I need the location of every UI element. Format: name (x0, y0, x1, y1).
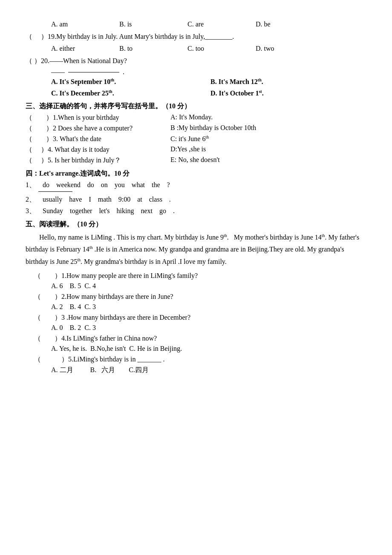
section4-title: 四：Let's arrange.连词成句。10 分 (26, 169, 366, 178)
s3-w7: . (173, 207, 175, 215)
q19-opt-b: B. to (119, 45, 162, 52)
s3-w4: hiking (117, 207, 134, 215)
rq2-opts: A. 2 B. 4 C. 3 (51, 303, 96, 310)
section3-row5: （ ）5. Is her birthday in July？ E: No, sh… (26, 156, 366, 165)
q18-options: A. am B. is C. are D. be (51, 20, 366, 28)
q20-answers: A. It's September 10th. B. It's March 12… (51, 78, 366, 98)
reading-passage: Hello, my name is LiMing . This is my ch… (26, 231, 366, 268)
s3-a3: C: it's June 6th (170, 135, 366, 143)
s3-q3: （ ）3. What's the date (26, 135, 170, 144)
s3-q5: （ ）5. Is her birthday in July？ (26, 156, 170, 165)
q20-block: （ ）20.——When is National Day? —— . A. It… (26, 57, 366, 98)
section3-block: 三、选择正确的答句，并将序号写在括号里。（10 分） （ ）1.When is … (26, 102, 366, 165)
q18-opt-c: C. are (187, 20, 230, 28)
q20-text: ）20.——When is National Day? (34, 57, 127, 66)
q20-period: . (123, 68, 124, 76)
reading-q4-opts: A. Yes, he is. B.No,he isn't C. He is in… (51, 345, 366, 353)
sentence1-block: 1、 do weekend do on you what the ? (26, 181, 366, 192)
section3-title: 三、选择正确的答句，并将序号写在括号里。（10 分） (26, 102, 366, 111)
reading-q4: （ ）4.Is LiMing's father in China now? (34, 334, 366, 343)
q19-question: （ ）19.My birthday is in July. Aunt Mary'… (26, 32, 366, 41)
q20-response-area: —— . (51, 68, 366, 76)
sentence3-block: 3、 Sunday together let's hiking next go … (26, 207, 366, 216)
q20-ans-a: A. It's September 10th. (51, 78, 207, 86)
s3-w2: together (70, 207, 92, 215)
s2-w3: I (89, 196, 91, 203)
s3-num: 3、 (26, 207, 36, 216)
rq3-opts: A. 0 B. 2 C. 3 (51, 324, 96, 331)
s3-w3: let's (99, 207, 110, 215)
rq1-num: （ ）1.How many people are there in LiMing… (34, 272, 198, 279)
section4-block: 四：Let's arrange.连词成句。10 分 1、 do weekend … (26, 169, 366, 216)
section5-block: 五、阅读理解。（10 分） Hello, my name is LiMing .… (26, 220, 366, 375)
s1-w8: ? (167, 181, 170, 189)
q19-opt-d: D. two (256, 45, 298, 52)
s2-w2: have (69, 196, 82, 203)
s2-w1: usually (43, 196, 62, 203)
q19-bracket: （ (26, 32, 32, 41)
reading-q2-opts: A. 2 B. 4 C. 3 (51, 303, 366, 311)
rq5-num: （ ）5.LiMing's birthday is in _______ . (34, 356, 164, 363)
reading-q2: （ ）2.How many birthdays are there in Jun… (34, 292, 366, 301)
q19-opt-c: C. too (187, 45, 230, 52)
s1-w2: weekend (56, 181, 81, 189)
q20-question: （ ）20.——When is National Day? (26, 57, 366, 66)
reading-q1: （ ）1.How many people are there in LiMing… (34, 272, 366, 280)
q19-block: （ ）19.My birthday is in July. Aunt Mary'… (26, 32, 366, 52)
rq5-opts: A. 二月 B. 六月 C.四月 (51, 366, 149, 373)
s3-q4: （ ）4. What day is it today (26, 145, 170, 154)
s1-num: 1、 (26, 181, 36, 190)
rq4-num: （ ）4.Is LiMing's father in China now? (34, 335, 157, 342)
s1-w4: on (101, 181, 108, 189)
s3-w5: next (141, 207, 153, 215)
rq1-opts: A. 6 B. 5 C. 4 (51, 282, 96, 289)
q20-ans-b: B. It's March 12th. (210, 78, 366, 86)
rq4-opts: A. Yes, he is. B.No,he isn't C. He is in… (51, 345, 182, 352)
s3-a2: B :My birthday is October 10th (170, 124, 366, 132)
s2-w5: 9:00 (118, 196, 130, 203)
section3-row2: （ ）2 Does she have a computer? B :My bir… (26, 124, 366, 133)
q19-text: ）19.My birthday is in July. Aunt Mary's … (34, 32, 234, 41)
sentence3-words: 3、 Sunday together let's hiking next go … (26, 207, 366, 216)
q20-ans-c: C. It's December 25th. (51, 89, 207, 97)
s3-w6: go (159, 207, 166, 215)
rq3-num: （ ）3 .How many birthdays are there in De… (34, 314, 190, 321)
section5-title: 五、阅读理解。（10 分） (26, 220, 366, 229)
section3-row1: （ ）1.When is your birthday A: It's Monda… (26, 113, 366, 122)
s3-w1: Sunday (43, 207, 63, 215)
s3-a4: D:Yes ,she is (170, 145, 366, 153)
sentence2-block: 2、 usually have I math 9:00 at class . (26, 195, 366, 204)
sentence1-words: 1、 do weekend do on you what the ? (26, 181, 366, 190)
s1-answer-line (38, 191, 72, 192)
s2-w6: at (137, 196, 142, 203)
s1-w7: the (152, 181, 160, 189)
sentence2-words: 2、 usually have I math 9:00 at class . (26, 195, 366, 204)
s2-num: 2、 (26, 195, 36, 204)
s1-w1: do (43, 181, 49, 189)
q18-opt-d: D. be (256, 20, 298, 28)
q19-blank: ________. (205, 33, 234, 40)
s2-w4: math (98, 196, 112, 203)
q18-block: A. am B. is C. are D. be (26, 20, 366, 28)
q19-opt-a: A. either (51, 45, 94, 52)
s2-w8: . (169, 196, 171, 203)
section3-row4: （ ）4. What day is it today D:Yes ,she is (26, 145, 366, 154)
s1-w5: you (115, 181, 125, 189)
reading-q3: （ ）3 .How many birthdays are there in De… (34, 313, 366, 322)
q20-ans-d: D. It's October 1st. (210, 89, 366, 97)
s1-w3: do (87, 181, 94, 189)
q18-opt-b: B. is (119, 20, 162, 28)
q18-opt-a: A. am (51, 20, 94, 28)
s3-q2: （ ）2 Does she have a computer? (26, 124, 170, 133)
reading-q5-opts: A. 二月 B. 六月 C.四月 (51, 366, 366, 375)
reading-q5: （ ）5.LiMing's birthday is in _______ . (34, 355, 366, 364)
s2-w7: class (149, 196, 162, 203)
rq2-num: （ ）2.How many birthdays are there in Jun… (34, 293, 173, 300)
q20-blank-line (68, 72, 119, 72)
s3-q1: （ ）1.When is your birthday (26, 113, 170, 122)
reading-q3-opts: A. 0 B. 2 C. 3 (51, 324, 366, 332)
s3-a1: A: It's Monday. (170, 113, 366, 121)
q20-dash: —— (51, 68, 65, 76)
q19-options: A. either B. to C. too D. two (51, 45, 366, 52)
q20-bracket: （ (26, 57, 32, 66)
